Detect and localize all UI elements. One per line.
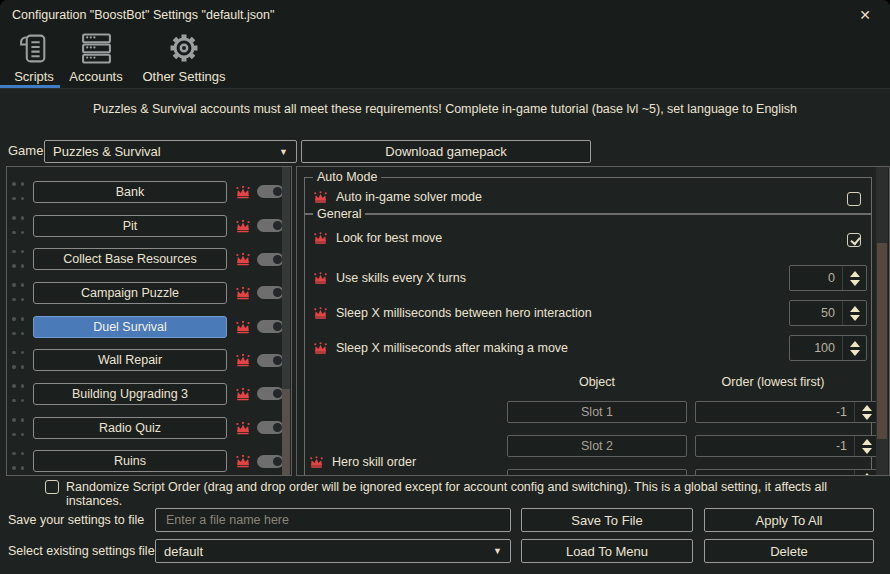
spinner-arrows[interactable] (842, 336, 866, 360)
script-row-ruins: Ruins (7, 445, 291, 477)
settings-panel-scrollbar[interactable] (876, 167, 888, 475)
save-to-file-button[interactable]: Save To File (521, 508, 693, 532)
use-skills-row: Use skills every X turns 0 (313, 265, 867, 291)
drag-handle-icon[interactable] (12, 182, 25, 201)
slot-3-button[interactable]: Slot 3 (507, 469, 687, 476)
premium-crown-icon (235, 218, 251, 234)
spinbox-value: -1 (696, 402, 854, 422)
auto-solver-checkbox[interactable] (847, 192, 861, 206)
script-toggle[interactable] (257, 421, 284, 434)
close-button[interactable]: ✕ (848, 0, 882, 30)
script-toggle[interactable] (257, 286, 284, 299)
sleep-between-hero-row: Sleep X milliseconds between hero intera… (313, 300, 867, 326)
spin-up-icon[interactable] (850, 341, 860, 347)
spin-up-icon[interactable] (862, 439, 872, 445)
spin-up-icon[interactable] (862, 405, 872, 411)
tab-other-settings[interactable]: Other Settings (138, 32, 230, 86)
script-button-wall-repair[interactable]: Wall Repair (33, 349, 227, 371)
drag-handle-icon[interactable] (12, 452, 25, 471)
drag-handle-icon[interactable] (12, 283, 25, 302)
script-list-panel: Bank Pit Collect Base Resources Campaign… (6, 166, 292, 476)
load-to-menu-button[interactable]: Load To Menu (521, 539, 693, 563)
spinbox-value: -1 (696, 436, 854, 456)
save-settings-label: Save your settings to file (8, 513, 144, 527)
look-best-move-checkbox[interactable] (847, 233, 861, 247)
premium-crown-icon (235, 453, 251, 469)
spin-down-icon[interactable] (862, 448, 872, 454)
script-list-scrollbar[interactable] (282, 167, 290, 475)
use-skills-spinbox[interactable]: 0 (789, 265, 867, 291)
script-button-bank[interactable]: Bank (33, 181, 227, 203)
spinner-arrows[interactable] (854, 402, 878, 422)
tab-bar: Scripts Accounts (0, 30, 890, 88)
spin-up-icon[interactable] (850, 271, 860, 277)
script-button-campaign-puzzle[interactable]: Campaign Puzzle (33, 282, 227, 304)
script-button-radio-quiz[interactable]: Radio Quiz (33, 417, 227, 439)
spin-down-icon[interactable] (850, 315, 860, 321)
premium-crown-icon (235, 319, 251, 335)
drag-handle-icon[interactable] (12, 250, 25, 269)
game-select[interactable]: Puzzles & Survival ▼ (44, 140, 297, 163)
premium-crown-icon (235, 285, 251, 301)
script-toggle[interactable] (257, 185, 284, 198)
drag-handle-icon[interactable] (12, 384, 25, 403)
apply-to-all-button[interactable]: Apply To All (704, 508, 874, 532)
script-button-collect-base-resources[interactable]: Collect Base Resources (33, 248, 227, 270)
script-toggle[interactable] (257, 320, 284, 333)
look-best-move-label: Look for best move (336, 231, 442, 245)
drag-handle-icon[interactable] (12, 351, 25, 370)
gear-icon (168, 32, 200, 64)
script-toggle[interactable] (257, 354, 284, 367)
sleep-after-move-spinbox[interactable]: 100 (789, 335, 867, 361)
randomize-order-checkbox[interactable] (45, 480, 59, 494)
scroll-icon (18, 32, 51, 65)
premium-crown-icon (313, 306, 328, 320)
delete-button[interactable]: Delete (704, 539, 874, 563)
premium-crown-icon (235, 386, 251, 402)
spin-down-icon[interactable] (850, 350, 860, 356)
script-button-building-upgrading-3[interactable]: Building Upgrading 3 (33, 383, 227, 405)
drag-handle-icon[interactable] (12, 216, 25, 235)
tab-scripts[interactable]: Scripts (6, 32, 62, 86)
script-row-campaign-puzzle: Campaign Puzzle (7, 276, 291, 310)
spinner-arrows[interactable] (854, 436, 878, 456)
slot-2-order-spinbox[interactable]: -1 (695, 435, 879, 457)
premium-crown-icon (235, 184, 251, 200)
scrollbar-thumb[interactable] (282, 389, 290, 475)
spin-up-icon[interactable] (850, 306, 860, 312)
script-toggle[interactable] (257, 455, 284, 468)
footer: Randomize Script Order (drag and drop or… (0, 476, 890, 574)
script-row-bank: Bank (7, 175, 291, 209)
slot-2-button[interactable]: Slot 2 (507, 435, 687, 457)
tab-accounts[interactable]: Accounts (64, 32, 128, 86)
spin-down-icon[interactable] (862, 414, 872, 420)
script-toggle[interactable] (257, 219, 284, 232)
premium-crown-icon (309, 455, 324, 469)
script-row-wall-repair: Wall Repair (7, 343, 291, 377)
spin-down-icon[interactable] (850, 280, 860, 286)
scrollbar-thumb[interactable] (877, 243, 887, 439)
script-toggle[interactable] (257, 387, 284, 400)
premium-crown-icon (313, 190, 328, 204)
script-toggle[interactable] (257, 253, 284, 266)
column-header-object: Object (507, 375, 687, 391)
spinner-arrows[interactable] (842, 301, 866, 325)
spinner-arrows[interactable] (842, 266, 866, 290)
sleep-between-hero-spinbox[interactable]: 50 (789, 300, 867, 326)
slot-3-order-spinbox[interactable]: -1 (695, 469, 879, 476)
script-row-collect-base-resources: Collect Base Resources (7, 242, 291, 276)
game-label: Game: (8, 143, 47, 158)
slot-1-order-spinbox[interactable]: -1 (695, 401, 879, 423)
slot-1-button[interactable]: Slot 1 (507, 401, 687, 423)
settings-file-select[interactable]: default ▼ (155, 539, 511, 563)
tab-other-settings-label: Other Settings (142, 69, 225, 84)
drag-handle-icon[interactable] (12, 317, 25, 336)
script-button-ruins[interactable]: Ruins (33, 450, 227, 472)
window-title: Configuration "BoostBot" Settings "defau… (12, 0, 274, 30)
file-name-input[interactable] (155, 508, 511, 532)
drag-handle-icon[interactable] (12, 418, 25, 437)
script-button-duel-survival[interactable]: Duel Survival (33, 316, 227, 338)
download-gamepack-button[interactable]: Download gamepack (301, 140, 591, 163)
title-bar: Configuration "BoostBot" Settings "defau… (0, 0, 890, 30)
script-button-pit[interactable]: Pit (33, 215, 227, 237)
